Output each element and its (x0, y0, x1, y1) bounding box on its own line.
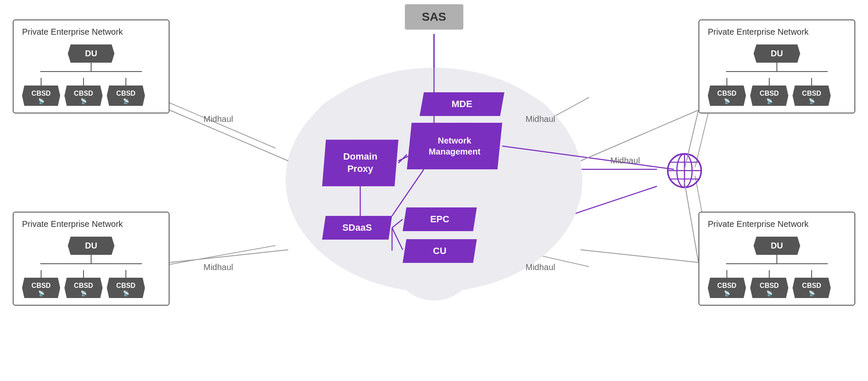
cbsd-shape: CBSD📡 (22, 86, 60, 106)
du-shape-top-right: DU (754, 44, 800, 63)
cbsd-row-bottom-left: CBSD📡 CBSD📡 CBSD📡 (22, 270, 145, 298)
enterprise-title-top-right: Private Enterprise Network (708, 27, 846, 37)
midhaul-right-globe: Midhaul (610, 156, 640, 166)
svg-line-41 (581, 250, 698, 262)
cbsd-row-bottom-right: CBSD📡 CBSD📡 CBSD📡 (708, 270, 831, 298)
du-block-top-left: DU (22, 44, 160, 72)
cbsd-row-top-left: CBSD📡 CBSD📡 CBSD📡 (22, 78, 145, 106)
network-management-label: Network Management (428, 135, 480, 157)
cbsd-col-3: CBSD📡 (107, 78, 145, 106)
enterprise-box-bottom-right: Private Enterprise Network DU CBSD📡 CBSD… (698, 212, 855, 306)
mde-label: MDE (452, 99, 473, 110)
cbsd-shape: CBSD📡 (708, 278, 746, 298)
cbsd-col-2: CBSD📡 (64, 78, 103, 106)
cbsd-col-2: CBSD📡 (64, 270, 103, 298)
cbsd-shape: CBSD📡 (793, 278, 831, 298)
globe-icon (665, 152, 704, 190)
mde-block: MDE (420, 92, 504, 116)
domain-proxy-block: Domain Proxy (322, 140, 398, 186)
du-shape-bottom-right: DU (754, 237, 800, 255)
cbsd-shape: CBSD📡 (750, 86, 788, 106)
cbsd-shape: CBSD📡 (793, 86, 831, 106)
cbsd-col-3: CBSD📡 (793, 270, 831, 298)
cbsd-shape: CBSD📡 (64, 86, 103, 106)
cbsd-shape: CBSD📡 (708, 86, 746, 106)
network-management-block: Network Management (407, 123, 502, 169)
midhaul-top-right: Midhaul (526, 114, 555, 124)
cbsd-row-top-right: CBSD📡 CBSD📡 CBSD📡 (708, 78, 831, 106)
epc-block: EPC (403, 207, 477, 231)
midhaul-bottom-right: Midhaul (526, 262, 555, 272)
cu-label: CU (433, 246, 447, 257)
cbsd-col-1: CBSD📡 (22, 78, 60, 106)
cbsd-col-3: CBSD📡 (793, 78, 831, 106)
du-block-bottom-right: DU (708, 237, 846, 264)
cbsd-col-1: CBSD📡 (22, 270, 60, 298)
cbsd-shape: CBSD📡 (64, 278, 103, 298)
enterprise-box-bottom-left: Private Enterprise Network DU CBSD📡 CBSD… (13, 212, 170, 306)
sas-label: SAS (422, 10, 446, 23)
cu-block: CU (403, 239, 477, 263)
cbsd-col-1: CBSD📡 (708, 270, 746, 298)
midhaul-bottom-left: Midhaul (203, 262, 233, 272)
cbsd-col-2: CBSD📡 (750, 270, 788, 298)
enterprise-title-bottom-right: Private Enterprise Network (708, 219, 846, 229)
cbsd-col-1: CBSD📡 (708, 78, 746, 106)
du-block-top-right: DU (708, 44, 846, 72)
svg-line-40 (170, 250, 288, 262)
du-shape-top-left: DU (68, 44, 114, 63)
cbsd-col-2: CBSD📡 (750, 78, 788, 106)
sdaas-block: SDaaS (322, 216, 392, 240)
du-block-bottom-left: DU (22, 237, 160, 264)
cbsd-shape: CBSD📡 (107, 278, 145, 298)
domain-proxy-label: Domain Proxy (343, 151, 378, 175)
enterprise-box-top-right: Private Enterprise Network DU CBSD📡 CBSD… (698, 19, 855, 113)
svg-line-43 (684, 182, 698, 262)
enterprise-title-top-left: Private Enterprise Network (22, 27, 160, 37)
cbsd-col-3: CBSD📡 (107, 270, 145, 298)
cbsd-shape: CBSD📡 (750, 278, 788, 298)
du-shape-bottom-left: DU (68, 237, 114, 255)
midhaul-top-left: Midhaul (203, 114, 233, 124)
cbsd-shape: CBSD📡 (22, 278, 60, 298)
cbsd-shape: CBSD📡 (107, 86, 145, 106)
sdaas-label: SDaaS (342, 222, 372, 233)
enterprise-box-top-left: Private Enterprise Network DU CBSD📡 CBSD… (13, 19, 170, 113)
sas-box: SAS (405, 4, 463, 30)
enterprise-title-bottom-left: Private Enterprise Network (22, 219, 160, 229)
epc-label: EPC (430, 214, 449, 225)
